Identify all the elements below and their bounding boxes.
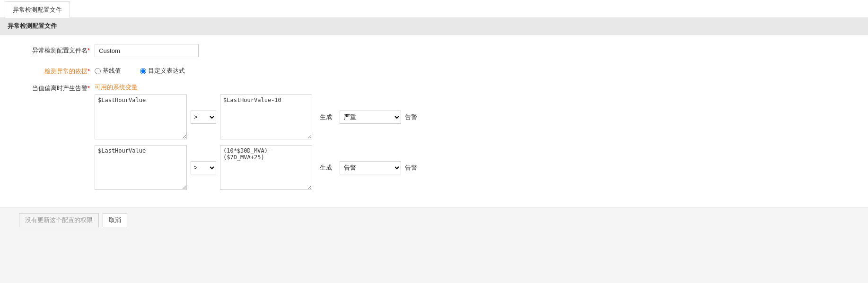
left-expr-1[interactable]: $LastHourValue bbox=[95, 94, 187, 139]
alert-row-1: $LastHourValue > < = >= <= $LastHourValu… bbox=[95, 94, 417, 139]
no-permission-button: 没有更新这个配置的权限 bbox=[19, 213, 99, 227]
detect-row: 检测异常的依据* 基线值 目定义表达式 bbox=[19, 65, 849, 76]
severity-select-1[interactable]: 严重 告警 一般 提示 bbox=[340, 111, 401, 124]
generate-label-2: 生成 bbox=[316, 163, 336, 172]
right-expr-1[interactable]: $LastHourValue-10 bbox=[220, 94, 312, 139]
right-expr-2[interactable]: (10*$30D_MVA)-($7D_MVA+25) bbox=[220, 145, 312, 190]
sys-var-area: 可用的系统变量 $LastHourValue > < = >= <= $Last… bbox=[95, 83, 417, 196]
op-select-1[interactable]: > < = >= <= bbox=[191, 111, 216, 124]
alert-suffix-2: 告警 bbox=[405, 163, 417, 172]
radio-custom-label: 目定义表达式 bbox=[148, 67, 185, 75]
left-expr-2[interactable]: $LastHourValue bbox=[95, 145, 187, 190]
name-input[interactable] bbox=[95, 44, 199, 57]
sys-var-link[interactable]: 可用的系统变量 bbox=[95, 84, 138, 91]
tab-bar: 异常检测配置文件 bbox=[0, 0, 868, 18]
name-row: 异常检测配置文件名* bbox=[19, 44, 849, 57]
radio-custom[interactable]: 目定义表达式 bbox=[140, 67, 185, 75]
main-content: 异常检测配置文件名* 检测异常的依据* 基线值 目定义表达式 当值偏离时产生告警… bbox=[0, 34, 868, 207]
name-label: 异常检测配置文件名* bbox=[19, 44, 95, 55]
radio-custom-input[interactable] bbox=[140, 68, 146, 74]
radio-baseline[interactable]: 基线值 bbox=[95, 67, 121, 75]
tab-anomaly-config[interactable]: 异常检测配置文件 bbox=[5, 1, 70, 18]
section-header: 异常检测配置文件 bbox=[0, 18, 868, 34]
radio-group: 基线值 目定义表达式 bbox=[95, 65, 185, 75]
alert-row-2: $LastHourValue > < = >= <= (10*$30D_MVA)… bbox=[95, 145, 417, 190]
severity-select-2[interactable]: 严重 告警 一般 提示 bbox=[340, 161, 401, 174]
alert-suffix-1: 告警 bbox=[405, 113, 417, 121]
detect-label: 检测异常的依据* bbox=[19, 65, 95, 76]
radio-baseline-input[interactable] bbox=[95, 68, 101, 74]
bottom-bar: 没有更新这个配置的权限 取消 bbox=[0, 207, 868, 233]
generate-label-1: 生成 bbox=[316, 113, 336, 121]
when-alert-row: 当值偏离时产生告警* 可用的系统变量 $LastHourValue > < = … bbox=[19, 83, 849, 196]
cancel-button[interactable]: 取消 bbox=[103, 213, 127, 227]
when-alert-label: 当值偏离时产生告警* bbox=[19, 83, 95, 93]
op-select-2[interactable]: > < = >= <= bbox=[191, 161, 216, 174]
radio-baseline-label: 基线值 bbox=[103, 67, 121, 75]
